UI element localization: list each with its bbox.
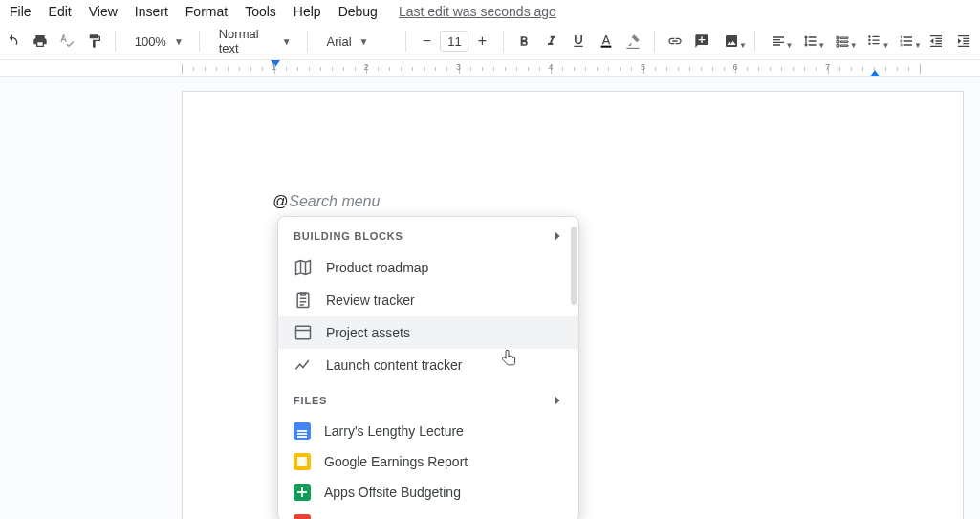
italic-icon[interactable] xyxy=(541,29,562,54)
section-header-building-blocks[interactable]: BUILDING BLOCKS xyxy=(278,217,578,251)
menu-item-launch-content-tracker[interactable]: Launch content tracker xyxy=(278,349,578,381)
chevron-down-icon: ▼ xyxy=(882,41,889,50)
chevron-down-icon: ▼ xyxy=(174,36,184,47)
ruler[interactable]: 1234567 xyxy=(0,60,980,77)
file-item-google-earnings-report[interactable]: Google Earnings Report xyxy=(278,446,578,477)
insert-link-icon[interactable] xyxy=(664,29,685,54)
increase-indent-icon[interactable] xyxy=(952,29,973,54)
menu-edit[interactable]: Edit xyxy=(49,4,72,19)
insert-image-icon[interactable]: ▼ xyxy=(718,29,745,54)
svg-rect-0 xyxy=(601,46,612,48)
scrollbar-thumb[interactable] xyxy=(571,227,577,305)
bold-icon[interactable] xyxy=(513,29,534,54)
menu-view[interactable]: View xyxy=(89,4,118,19)
file-item-larrys-lengthy-lecture[interactable]: Larry's Lengthy Lecture xyxy=(278,416,578,446)
indent-marker-right[interactable] xyxy=(870,70,880,76)
menu-item-project-assets[interactable]: Project assets xyxy=(278,316,578,349)
print-icon[interactable] xyxy=(29,29,50,54)
section-title: FILES xyxy=(294,395,327,406)
separator xyxy=(503,31,504,52)
file-item-label: Google Earnings Report xyxy=(324,454,468,469)
file-item-apps-offsite-budgeting[interactable]: Apps Offsite Budgeting xyxy=(278,477,578,508)
underline-icon[interactable] xyxy=(568,29,589,54)
last-edit-link[interactable]: Last edit was seconds ago xyxy=(399,4,556,19)
docs-icon xyxy=(294,422,311,440)
document-canvas[interactable]: @ Search menu BUILDING BLOCKS Product ro… xyxy=(0,77,980,519)
font-size-stepper: − 11 + xyxy=(415,29,493,54)
separator xyxy=(754,31,755,52)
at-menu-popup: BUILDING BLOCKS Product roadmap Review t… xyxy=(277,216,579,519)
undo-icon[interactable] xyxy=(2,29,23,54)
highlight-color-icon[interactable] xyxy=(622,29,643,54)
separator xyxy=(654,31,655,52)
sheets-icon xyxy=(294,484,311,501)
add-comment-icon[interactable] xyxy=(691,29,712,54)
section-title: BUILDING BLOCKS xyxy=(294,230,403,242)
trend-icon xyxy=(294,356,313,375)
file-item-partial[interactable] xyxy=(278,508,578,519)
at-symbol: @ xyxy=(272,193,288,210)
at-placeholder: Search menu xyxy=(289,193,380,210)
checklist-icon[interactable]: ▼ xyxy=(829,29,856,54)
at-mention-input[interactable]: @ Search menu xyxy=(272,193,380,210)
separator xyxy=(307,31,308,52)
menu-help[interactable]: Help xyxy=(294,4,321,19)
menu-item-label: Product roadmap xyxy=(326,260,428,275)
separator xyxy=(405,31,406,52)
chevron-down-icon: ▼ xyxy=(850,41,858,50)
menu-item-label: Project assets xyxy=(326,325,410,340)
font-size-increase[interactable]: + xyxy=(470,32,493,50)
font-size-decrease[interactable]: − xyxy=(415,32,438,50)
zoom-combo[interactable]: 100% ▼ xyxy=(125,29,189,54)
document-page[interactable]: @ Search menu BUILDING BLOCKS Product ro… xyxy=(182,91,964,519)
menu-item-review-tracker[interactable]: Review tracker xyxy=(278,284,578,316)
chevron-right-icon xyxy=(550,393,565,408)
numbered-list-icon[interactable]: ▼ xyxy=(893,29,920,54)
text-color-icon[interactable] xyxy=(596,29,617,54)
menu-debug[interactable]: Debug xyxy=(338,4,378,19)
bulleted-list-icon[interactable]: ▼ xyxy=(861,29,888,54)
paragraph-style-combo[interactable]: Normal text ▼ xyxy=(209,29,297,54)
chevron-down-icon: ▼ xyxy=(282,36,292,47)
chevron-down-icon: ▼ xyxy=(786,41,794,50)
menu-bar: File Edit View Insert Format Tools Help … xyxy=(0,0,980,25)
menu-insert[interactable]: Insert xyxy=(135,4,168,19)
separator xyxy=(115,31,116,52)
map-icon xyxy=(294,258,313,277)
chevron-right-icon xyxy=(550,228,565,244)
menu-file[interactable]: File xyxy=(10,4,32,19)
font-size-input[interactable]: 11 xyxy=(440,31,468,52)
file-icon xyxy=(294,514,311,519)
svg-rect-3 xyxy=(296,326,311,338)
zoom-value: 100% xyxy=(135,34,166,49)
slides-icon xyxy=(294,453,311,470)
font-family-value: Arial xyxy=(327,34,352,49)
layout-icon xyxy=(294,323,313,342)
chevron-down-icon: ▼ xyxy=(359,36,369,47)
decrease-indent-icon[interactable] xyxy=(926,29,947,54)
menu-tools[interactable]: Tools xyxy=(245,4,276,19)
ruler-page-area xyxy=(182,60,964,76)
font-family-combo[interactable]: Arial ▼ xyxy=(317,29,396,54)
align-icon[interactable]: ▼ xyxy=(765,29,792,54)
line-spacing-icon[interactable]: ▼ xyxy=(796,29,823,54)
spellcheck-icon[interactable] xyxy=(56,29,77,54)
paragraph-style-value: Normal text xyxy=(219,27,274,55)
file-item-label: Apps Offsite Budgeting xyxy=(324,485,461,500)
chevron-down-icon: ▼ xyxy=(914,41,922,50)
section-header-files[interactable]: FILES xyxy=(278,381,578,416)
paint-format-icon[interactable] xyxy=(83,29,104,54)
menu-format[interactable]: Format xyxy=(185,4,228,19)
file-item-label: Larry's Lengthy Lecture xyxy=(324,423,464,439)
chevron-down-icon: ▼ xyxy=(739,41,747,50)
menu-item-label: Review tracker xyxy=(326,292,415,308)
separator xyxy=(199,31,200,52)
toolbar: 100% ▼ Normal text ▼ Arial ▼ − 11 + ▼ ▼ … xyxy=(0,25,980,60)
clipboard-icon xyxy=(294,291,313,310)
menu-item-product-roadmap[interactable]: Product roadmap xyxy=(278,251,578,284)
chevron-down-icon: ▼ xyxy=(817,41,825,50)
menu-item-label: Launch content tracker xyxy=(326,357,462,373)
